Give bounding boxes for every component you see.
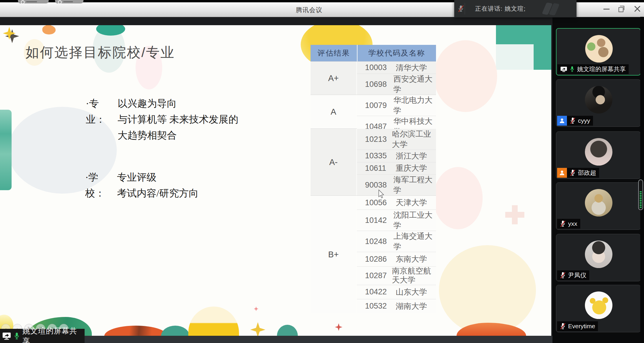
computer-audio-badge [557, 168, 567, 178]
divider [465, 3, 465, 14]
participant-name: 尹凤仪 [568, 271, 586, 279]
watercolor-square-decoration [496, 44, 534, 70]
participant-tile[interactable]: 邵政超 [556, 131, 641, 179]
restore-button[interactable] [618, 5, 626, 13]
speaking-status-text: 正在讲话: 姚文瑄; [475, 5, 526, 13]
bullet-line: 考试内容/研究方向 [117, 185, 198, 201]
meeting-logo-icon [544, 3, 561, 15]
table-row: 10422山东大学 [357, 285, 436, 299]
school-name: 湖南大学 [396, 301, 427, 311]
star-decoration [335, 323, 342, 331]
mic-muted-icon [560, 220, 566, 228]
sidebar-scrollbar-thumb[interactable] [638, 179, 643, 210]
table-row: 10335浙江大学 [357, 150, 436, 162]
table-row: 10287南京航空航天大学 [357, 266, 436, 285]
participant-tile-sharer[interactable]: 姚文瑄的屏幕共享 [556, 28, 641, 76]
school-code: 10286 [365, 255, 391, 264]
school-code: 10698 [365, 80, 388, 89]
table-row: 10698西安交通大学 [357, 74, 436, 95]
participants-sidebar: 姚文瑄的屏幕共享 cyyy [552, 17, 644, 343]
school-name: 西安交通大学 [393, 74, 436, 95]
shared-slide: 如何选择目标院校/专业 ·专业： 以兴趣为导向 与计算机等 未来技术发展的 大趋… [0, 25, 551, 336]
school-name: 浙江大学 [396, 151, 427, 161]
participant-name: 邵政超 [578, 169, 596, 177]
screen-share-viewport: 如何选择目标院校/专业 ·专业： 以兴趣为导向 与计算机等 未来技术发展的 大趋… [0, 17, 552, 343]
avatar [585, 241, 612, 268]
bullet-label: ·学校： [85, 169, 117, 201]
table-row: 10611重庆大学 [357, 162, 436, 175]
column-header: 学校代码及名称 [357, 45, 436, 61]
school-code: 10422 [365, 287, 391, 296]
school-name: 沈阳工业大学 [393, 210, 436, 231]
school-code: 10532 [365, 302, 391, 311]
participant-tile[interactable]: cyyy [556, 79, 641, 127]
watercolor-blob-decoration [188, 307, 239, 336]
watercolor-circle-decoration [434, 40, 497, 112]
person-icon [559, 170, 565, 176]
mic-muted-icon [458, 5, 464, 13]
pill-text-smudge [63, 1, 73, 2]
screen-share-icon [2, 332, 11, 340]
table-header-row: 评估结果 学校代码及名称 [311, 45, 436, 61]
table-row: 10079华北电力大学 [357, 95, 436, 116]
school-code: 10142 [365, 216, 388, 225]
participant-tile[interactable]: 尹凤仪 [556, 234, 641, 281]
grade-group: A+ 10003清华大学 10698西安交通大学 [311, 61, 436, 95]
school-name: 清华大学 [396, 63, 427, 73]
mic-icon [58, 0, 62, 4]
grade-cell: A+ [311, 62, 357, 95]
school-code: 10611 [365, 164, 391, 173]
bullet-major: ·专业： 以兴趣为导向 与计算机等 未来技术发展的 大趋势相契合 [86, 96, 238, 143]
school-name: 上海交通大学 [393, 231, 436, 252]
school-code: 10335 [365, 151, 391, 160]
avatar [585, 189, 612, 217]
evaluation-table: 评估结果 学校代码及名称 A+ 10003清华大学 10698西安交通大学 A … [311, 45, 436, 313]
bullet-label: ·专业： [86, 96, 118, 143]
participant-tile[interactable]: Everytime [556, 285, 641, 332]
participant-name: yxx [568, 220, 577, 227]
mic-on-icon [570, 66, 575, 73]
school-name: 山东大学 [396, 287, 427, 297]
table-row: 10142沈阳工业大学 [357, 210, 436, 231]
watercolor-circle-decoration [433, 167, 483, 229]
school-code: 10056 [365, 198, 391, 207]
timer-icon [21, 0, 25, 4]
pill-text-smudge [26, 1, 37, 2]
watercolor-band-decoration [0, 110, 12, 190]
table-row: 10286东南大学 [357, 252, 436, 266]
floating-toolbar-pill-mic[interactable] [55, 0, 83, 3]
grade-cell: A [311, 95, 357, 129]
speaking-indicator-panel: 正在讲话: 姚文瑄; [454, 0, 577, 17]
school-code: 10003 [365, 63, 391, 72]
audio-level-stripes [640, 191, 642, 208]
minimize-button[interactable] [602, 5, 611, 13]
grade-cell: A- [311, 129, 357, 195]
mic-on-icon [14, 332, 20, 340]
mic-muted-icon [570, 117, 576, 124]
watercolor-circle-decoration [439, 245, 536, 335]
table-row: 10056天津大学 [357, 196, 436, 210]
school-code: 10079 [365, 101, 388, 110]
school-code: 10287 [365, 271, 387, 280]
computer-audio-badge [557, 116, 567, 126]
school-name: 海军工程大学 [393, 175, 436, 195]
school-name: 重庆大学 [396, 163, 427, 173]
mic-muted-icon [560, 322, 566, 330]
grade-cell: B+ [311, 196, 357, 313]
school-code: 10248 [365, 237, 388, 246]
star-decoration [254, 307, 258, 311]
mic-muted-icon [570, 169, 576, 177]
bullet-school: ·学校： 专业评级 考试内容/研究方向 [85, 169, 198, 201]
table-row: 10532湖南大学 [357, 299, 436, 313]
floating-toolbar-pill[interactable] [18, 0, 49, 3]
screen-share-icon [560, 66, 567, 72]
table-row: 10213哈尔滨工业大学 [357, 129, 436, 150]
screen-share-banner: 姚文瑄的屏幕共享 [0, 329, 85, 343]
mic-muted-icon [560, 272, 566, 279]
sparkle-star-decoration [5, 29, 19, 43]
close-button[interactable] [634, 5, 643, 13]
participant-tile[interactable]: yxx [556, 182, 641, 230]
table-row: 90038海军工程大学 [357, 174, 436, 195]
avatar [585, 291, 612, 319]
grade-group: A 10079华北电力大学 10487华中科技大学 [311, 95, 436, 129]
